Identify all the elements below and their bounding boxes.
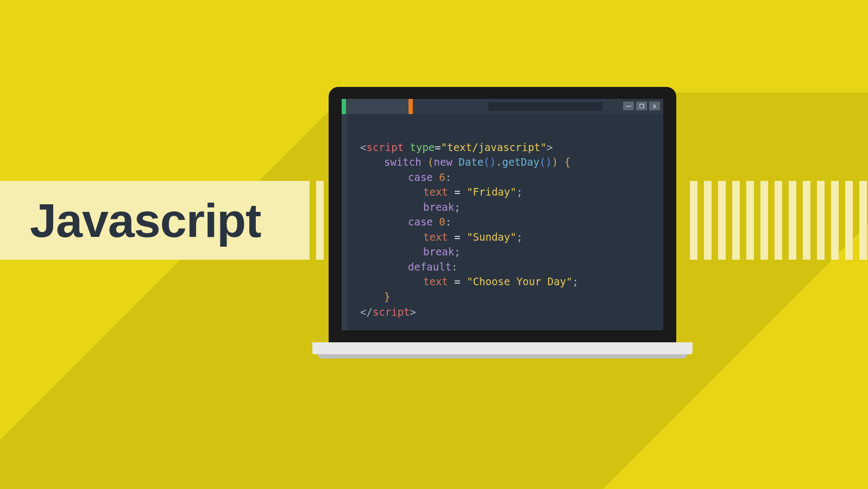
code-token: = (454, 275, 460, 287)
code-token: Date (458, 156, 483, 168)
page-title: Javascript (30, 193, 261, 248)
stripe (803, 181, 810, 260)
code-token: = (454, 186, 460, 198)
tab-modified-indicator (408, 99, 413, 114)
code-token: text (423, 275, 448, 287)
stripe (704, 181, 712, 260)
stripe (859, 181, 867, 260)
code-block: <script type="text/javascript"> switch (… (360, 125, 578, 330)
code-token: script (366, 141, 404, 153)
toolbar-path (488, 102, 602, 111)
title-banner: Javascript (0, 181, 310, 260)
laptop-bezel: — ❐ x <script type="text/javascript"> sw… (329, 87, 676, 342)
code-token: "Sunday" (467, 231, 517, 243)
code-token: break (423, 201, 454, 213)
code-token: 6 (439, 171, 445, 183)
stripe (732, 181, 740, 260)
code-token: = (454, 231, 460, 243)
stripes-right (690, 181, 868, 260)
code-token: "Choose Your Day" (467, 275, 572, 287)
stripe (718, 181, 726, 260)
code-token: case (408, 171, 433, 183)
window-controls: — ❐ x (623, 102, 660, 110)
editor-topbar: — ❐ x (342, 99, 663, 114)
tab-active-indicator (342, 99, 346, 114)
minimize-button[interactable]: — (623, 102, 634, 110)
code-token: switch (384, 156, 422, 168)
code-token: script (373, 306, 410, 318)
code-token: getDay (502, 156, 539, 168)
laptop: — ❐ x <script type="text/javascript"> sw… (312, 87, 693, 354)
code-token: break (423, 246, 454, 258)
stripe (845, 181, 853, 260)
maximize-button[interactable]: ❐ (636, 102, 647, 110)
code-token: case (408, 216, 433, 228)
code-token: "Friday" (467, 186, 517, 198)
stripe (746, 181, 754, 260)
stripe (817, 181, 825, 260)
editor-tab[interactable] (346, 99, 408, 114)
stripe (760, 181, 768, 260)
code-token: "text/javascript" (441, 141, 546, 153)
laptop-base (312, 342, 693, 354)
code-token: new (434, 156, 452, 168)
code-token: text (423, 186, 448, 198)
code-token: 0 (439, 216, 445, 228)
stripe (775, 181, 782, 260)
code-token: text (423, 231, 448, 243)
editor-gutter (342, 114, 347, 330)
stripe (789, 181, 796, 260)
code-token: default (408, 261, 451, 273)
editor-screen: — ❐ x <script type="text/javascript"> sw… (342, 99, 663, 330)
close-button[interactable]: x (649, 102, 660, 110)
stripe (831, 181, 839, 260)
code-token: type (410, 141, 435, 153)
